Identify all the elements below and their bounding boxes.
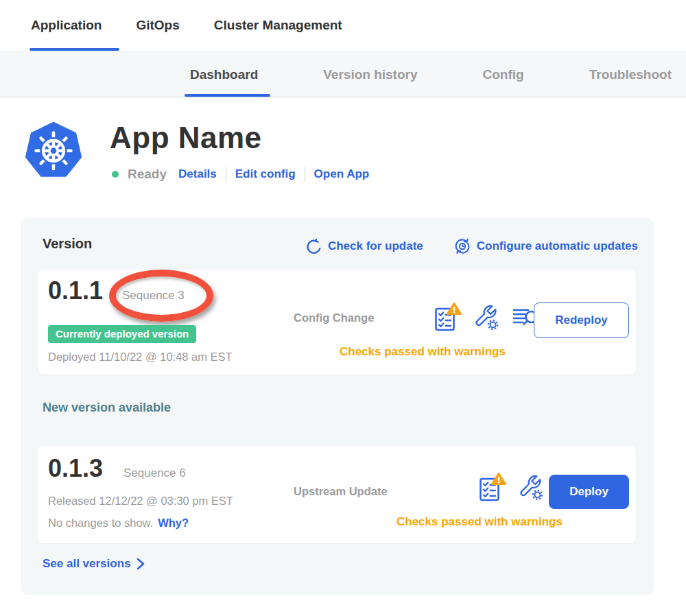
secondary-nav: Dashboard Version history Config Trouble… bbox=[0, 52, 686, 97]
config-edit-icon[interactable] bbox=[474, 303, 499, 331]
available-version-card: 0.1.3 Sequence 6 Released 12/12/22 @ 03:… bbox=[38, 446, 636, 543]
version-panel-title: Version bbox=[43, 236, 92, 252]
tab-config[interactable]: Config bbox=[483, 52, 524, 97]
scheduled-update-icon bbox=[454, 238, 471, 254]
deployed-status-icons bbox=[434, 302, 539, 332]
check-for-update-label: Check for update bbox=[328, 239, 423, 253]
details-link[interactable]: Details bbox=[178, 167, 217, 181]
checks-status-text[interactable]: Checks passed with warnings bbox=[340, 345, 506, 359]
edit-config-link[interactable]: Edit config bbox=[235, 167, 296, 181]
available-sequence-label: Sequence 6 bbox=[123, 466, 186, 480]
tab-troubleshoot[interactable]: Troubleshoot bbox=[589, 52, 672, 97]
config-edit-icon[interactable] bbox=[519, 473, 544, 501]
changes-note-row: No changes to show. Why? bbox=[48, 517, 189, 530]
deployed-version-card: 0.1.1 Sequence 3 Currently deployed vers… bbox=[38, 270, 636, 375]
preflight-checks-icon[interactable] bbox=[434, 302, 462, 332]
open-app-link[interactable]: Open App bbox=[314, 167, 370, 181]
page-title: App Name bbox=[110, 121, 262, 155]
tab-dashboard[interactable]: Dashboard bbox=[190, 52, 258, 97]
version-panel: Version Check for update Configur bbox=[21, 218, 654, 595]
tab-cluster-management[interactable]: Cluster Management bbox=[214, 0, 342, 51]
deployed-version-number: 0.1.1 bbox=[48, 276, 103, 305]
chevron-right-icon bbox=[137, 557, 145, 571]
available-version-number: 0.1.3 bbox=[48, 454, 103, 483]
see-all-versions-link[interactable]: See all versions bbox=[43, 557, 145, 571]
divider bbox=[305, 167, 305, 182]
tab-gitops[interactable]: GitOps bbox=[136, 0, 179, 51]
version-source-label: Config Change bbox=[294, 311, 374, 324]
see-all-versions-label: See all versions bbox=[43, 557, 131, 571]
divider bbox=[226, 167, 226, 182]
preflight-checks-icon[interactable] bbox=[479, 472, 506, 502]
check-for-update-link[interactable]: Check for update bbox=[306, 238, 423, 254]
new-version-heading: New version available bbox=[43, 401, 171, 415]
tab-version-history[interactable]: Version history bbox=[323, 52, 417, 97]
deployed-timestamp: Deployed 11/10/22 @ 10:48 am EST bbox=[48, 351, 233, 364]
primary-nav: Application GitOps Cluster Management bbox=[0, 0, 686, 51]
redeploy-button[interactable]: Redeploy bbox=[534, 303, 629, 338]
no-changes-text: No changes to show. bbox=[48, 517, 153, 530]
released-timestamp: Released 12/12/22 @ 03:30 pm EST bbox=[48, 495, 233, 508]
available-status-icons bbox=[479, 472, 544, 502]
currently-deployed-badge: Currently deployed version bbox=[48, 325, 196, 343]
admin-console-page: Application GitOps Cluster Management Da… bbox=[0, 0, 686, 616]
kubernetes-logo bbox=[23, 119, 84, 180]
version-source-label: Upstream Update bbox=[294, 485, 388, 498]
deploy-button[interactable]: Deploy bbox=[549, 475, 629, 509]
refresh-icon bbox=[306, 239, 322, 254]
version-panel-actions: Check for update Configure automatic upd… bbox=[306, 238, 638, 254]
deployed-sequence-label: Sequence 3 bbox=[122, 289, 185, 303]
app-status-row: Ready Details Edit config Open App bbox=[112, 167, 369, 182]
why-link[interactable]: Why? bbox=[158, 517, 189, 530]
app-status-label: Ready bbox=[128, 167, 167, 182]
tab-application[interactable]: Application bbox=[31, 0, 102, 51]
configure-automatic-updates-label: Configure automatic updates bbox=[477, 239, 638, 253]
ready-status-dot bbox=[112, 171, 119, 178]
checks-status-text[interactable]: Checks passed with warnings bbox=[397, 515, 563, 529]
configure-automatic-updates-link[interactable]: Configure automatic updates bbox=[454, 238, 638, 254]
